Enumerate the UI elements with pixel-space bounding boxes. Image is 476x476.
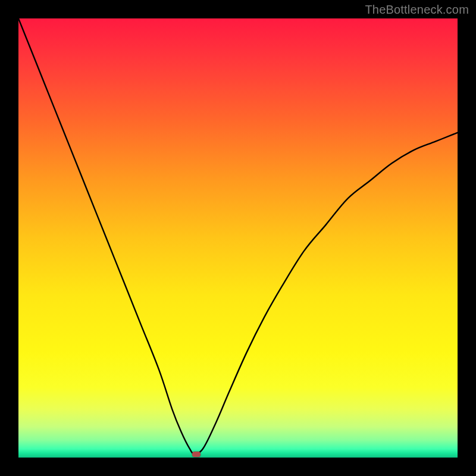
- plot-area: [18, 18, 458, 458]
- bottleneck-curve: [18, 18, 458, 458]
- optimal-point-marker: [192, 452, 200, 457]
- chart-frame: TheBottleneck.com: [0, 0, 476, 476]
- watermark-text: TheBottleneck.com: [365, 3, 469, 17]
